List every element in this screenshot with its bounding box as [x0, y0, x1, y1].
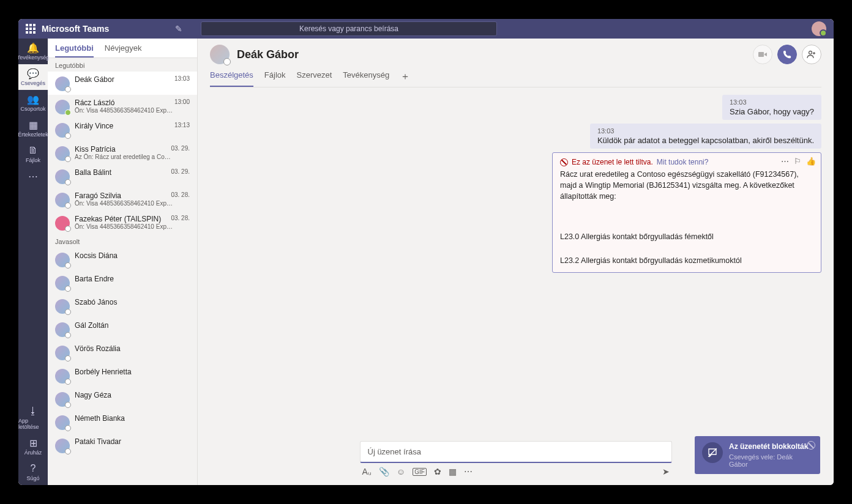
sticker-icon[interactable]: ✿ [434, 467, 441, 476]
emoji-icon[interactable]: ☺ [397, 467, 405, 476]
rail-meetings[interactable]: ▦ Értekezletek [18, 116, 48, 141]
calendar-icon: ▦ [29, 119, 38, 130]
blocked-body-line: Rácz urat eredetileg a Contoso egészségü… [560, 169, 813, 202]
help-icon: ? [31, 463, 36, 474]
avatar [55, 123, 70, 138]
tab-conversation[interactable]: Beszélgetés [210, 70, 253, 87]
chat-item[interactable]: Pataki Tivadar [48, 434, 197, 457]
app-title: Microsoft Teams [42, 24, 164, 34]
sidebar-tab-recent[interactable]: Legutóbbi [55, 43, 94, 57]
avatar [55, 369, 70, 384]
add-people-button[interactable] [802, 45, 821, 64]
chat-item[interactable]: Kocsis Diána [48, 248, 197, 271]
chat-pane: Deák Gábor Beszélgetés Fájlok Szervezet … [198, 39, 834, 485]
avatar [55, 346, 70, 360]
chat-name: Barta Endre [75, 275, 190, 283]
format-icon[interactable]: Aᵤ [362, 467, 372, 476]
audio-call-button[interactable] [777, 45, 797, 64]
toast-dismiss-icon[interactable] [807, 441, 815, 450]
avatar [55, 146, 70, 161]
video-call-button[interactable] [753, 45, 772, 64]
sidebar-tab-contacts[interactable]: Névjegyek [105, 43, 142, 57]
rail-more[interactable]: ⋯ [18, 167, 48, 185]
tab-files[interactable]: Fájlok [264, 70, 286, 87]
rail-activity[interactable]: 🔔 Tevékenység [18, 39, 48, 64]
chat-item[interactable]: Rácz LászlóÖn: Visa 4485366358462410 Exp… [48, 95, 197, 118]
more-icon[interactable]: ⋯ [781, 157, 789, 166]
chat-item[interactable]: Király Vince 13:13 [48, 118, 197, 141]
send-icon[interactable]: ➤ [662, 467, 670, 476]
avatar [55, 276, 70, 291]
meetup-icon[interactable]: ▦ [449, 467, 457, 476]
chat-header-avatar [210, 45, 230, 64]
like-icon[interactable]: 👍 [806, 157, 816, 166]
chat-name: Király Vince [75, 122, 190, 130]
chat-item[interactable]: Fazekas Péter (TAILSPIN)Ön: Visa 4485366… [48, 211, 197, 234]
title-bar: Microsoft Teams ✎ Keresés vagy parancs b… [18, 19, 834, 39]
rail-label: App letöltése [18, 418, 48, 430]
group-label-recent: Legutóbbi [48, 58, 197, 72]
rail-store[interactable]: ⊞ Áruház [18, 434, 48, 459]
avatar [55, 193, 70, 207]
people-icon: 👥 [27, 94, 39, 105]
message-text: Küldök pár adatot a beteggel kapcsolatba… [597, 136, 814, 145]
rail-label: Fájlok [26, 157, 40, 163]
search-input[interactable]: Keresés vagy parancs beírása [201, 21, 497, 36]
app-rail: 🔔 Tevékenység 💬 Csevegés 👥 Csoportok ▦ É… [18, 39, 48, 485]
new-chat-icon[interactable]: ✎ [175, 24, 182, 34]
tab-activity[interactable]: Tevékenység [343, 70, 389, 87]
chat-item[interactable]: Nagy Géza [48, 387, 197, 410]
rail-chat[interactable]: 💬 Csevegés [18, 64, 48, 90]
chat-item[interactable]: Faragó SzilviaÖn: Visa 4485366358462410 … [48, 188, 197, 211]
chat-name: Rácz László [75, 98, 190, 107]
blocked-body-line: L23.0 Allergiás kontakt bőrgyulladás fém… [560, 231, 813, 242]
bookmark-icon[interactable]: ⚐ [794, 157, 801, 166]
avatar [55, 169, 70, 184]
chat-item[interactable]: Vörös Rozália [48, 341, 197, 364]
chat-preview: Ön: Visa 4485366358462410 Expiry 01/2023 [75, 223, 173, 230]
chat-name: Nagy Géza [75, 391, 190, 399]
chat-item[interactable]: Deák Gábor 13:03 [48, 72, 197, 95]
chat-item[interactable]: Barta Endre [48, 271, 197, 294]
chat-item[interactable]: Balla Bálint 03. 29. [48, 165, 197, 188]
chat-preview: Ön: Visa 4485366358462410 Expiry 01/2023 [75, 200, 173, 207]
chat-item[interactable]: Gál Zoltán [48, 317, 197, 341]
rail-help[interactable]: ? Súgó [18, 459, 48, 485]
toast-title: Az üzenetét blokkolták [729, 442, 813, 451]
avatar [55, 322, 70, 337]
chat-item[interactable]: Szabó János [48, 294, 197, 317]
blocked-icon [560, 158, 568, 166]
chat-icon: 💬 [27, 68, 39, 79]
avatar [55, 439, 70, 453]
rail-download-app[interactable]: ⭳ App letöltése [18, 402, 48, 434]
add-tab-button[interactable]: ＋ [400, 70, 410, 87]
chat-time: 03. 29. [171, 168, 190, 175]
chat-name: Pataki Tivadar [75, 437, 190, 446]
chat-item[interactable]: Kiss PatríciaAz Ön: Rácz urat eredetileg… [48, 141, 197, 165]
profile-avatar[interactable] [812, 21, 826, 36]
chat-list: Legutóbbi Névjegyek Legutóbbi Deák Gábor… [48, 39, 198, 485]
rail-files[interactable]: 🗎 Fájlok [18, 141, 48, 167]
rail-teams[interactable]: 👥 Csoportok [18, 90, 48, 116]
svg-rect-0 [758, 52, 764, 57]
chat-name: Szabó János [75, 298, 190, 306]
bell-icon: 🔔 [27, 42, 39, 53]
toast-blocked[interactable]: Az üzenetét blokkolták Csevegés vele: De… [695, 436, 820, 474]
chat-time: 13:00 [174, 98, 190, 105]
app-launcher-icon[interactable] [26, 24, 36, 34]
chat-name: Németh Bianka [75, 414, 190, 423]
svg-point-1 [809, 51, 812, 54]
avatar [55, 76, 70, 91]
rail-label: Tevékenység [18, 54, 49, 61]
more-compose-icon[interactable]: ⋯ [464, 467, 473, 476]
attach-icon[interactable]: 📎 [379, 467, 389, 476]
gif-icon[interactable]: GIF [413, 468, 427, 476]
chat-item[interactable]: Borbély Henrietta [48, 364, 197, 387]
message-input[interactable]: Új üzenet írása [360, 441, 672, 463]
tab-org[interactable]: Szervezet [297, 70, 332, 87]
chat-item[interactable]: Németh Bianka [48, 410, 197, 434]
blocked-help-link[interactable]: Mit tudok tenni? [657, 158, 709, 166]
chat-time: 13:03 [174, 75, 190, 82]
message-list: 13:03 Szia Gábor, hogy vagy? 13:03 Küldö… [198, 87, 834, 441]
rail-label: Súgó [26, 475, 39, 481]
